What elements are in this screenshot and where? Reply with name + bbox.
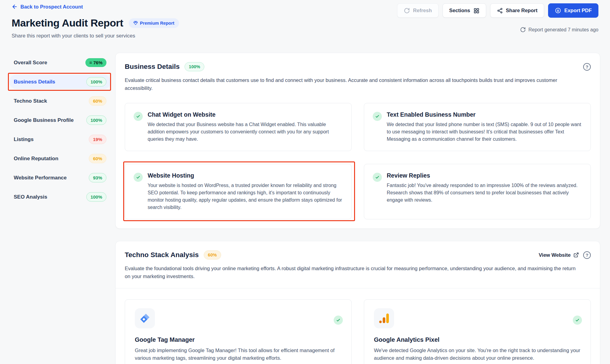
card-body: Fantastic job! You've already responded … — [387, 182, 582, 204]
check-circle-icon — [373, 173, 382, 182]
sections-button[interactable]: Sections — [443, 3, 486, 18]
download-circle-icon — [555, 7, 561, 14]
arrow-left-icon — [12, 4, 18, 10]
external-link-icon — [573, 252, 579, 258]
share-nodes-icon — [497, 8, 503, 14]
score-badge: = 76% — [85, 58, 106, 67]
grid-icon — [473, 8, 479, 14]
card-body: We've detected Google Analytics on your … — [374, 347, 581, 362]
question-circle-icon[interactable]: ? — [583, 63, 591, 71]
sidebar-item-seo-analysis[interactable]: SEO Analysis 100% — [9, 190, 111, 204]
check-circle-icon — [334, 316, 343, 325]
sidebar-item-online-reputation[interactable]: Online Reputation 60% — [9, 151, 111, 166]
card-google-tag-manager: Google Tag Manager Great job implementin… — [125, 299, 352, 364]
score-badge: 19% — [89, 135, 106, 144]
section-score-badge: 60% — [204, 250, 221, 260]
sidebar-item-google-business-profile[interactable]: Google Business Profile 100% — [9, 113, 111, 127]
share-report-button[interactable]: Share Report — [490, 3, 544, 18]
check-circle-icon — [134, 173, 143, 182]
toolbar: Refresh Sections Share Report Export PDF — [397, 3, 598, 18]
card-chat-widget: Chat Widget on Website We detected that … — [125, 103, 352, 151]
score-badge: 93% — [89, 173, 106, 182]
question-circle-icon[interactable]: ? — [583, 251, 591, 259]
sidebar-item-listings[interactable]: Listings 19% — [9, 132, 111, 147]
report-content: Business Details 100% ? Evaluate critica… — [115, 53, 600, 364]
gem-icon — [133, 21, 138, 25]
section-score-badge: 100% — [185, 62, 204, 71]
section-title: Business Details — [125, 63, 180, 71]
marketing-audit-report-page: Back to Prospect Account Marketing Audit… — [0, 0, 610, 364]
card-title: Review Replies — [387, 172, 582, 179]
view-website-link[interactable]: View Website — [539, 252, 579, 258]
card-google-analytics-pixel: Google Analytics Pixel We've detected Go… — [364, 299, 591, 364]
card-review-replies: Review Replies Fantastic job! You've alr… — [364, 164, 591, 219]
score-badge: 100% — [86, 77, 106, 87]
card-title: Text Enabled Business Number — [387, 111, 582, 118]
card-title: Google Analytics Pixel — [374, 336, 581, 343]
score-badge: 100% — [86, 192, 106, 202]
report-generated-status: Report generated 7 minutes ago — [520, 27, 598, 33]
google-analytics-icon — [374, 308, 394, 328]
business-details-cards: Chat Widget on Website We detected that … — [125, 103, 591, 219]
card-text-enabled-number: Text Enabled Business Number We detected… — [364, 103, 591, 151]
section-title: Techno Stack Analysis — [125, 251, 199, 259]
card-body: We detected that your Business website h… — [148, 121, 343, 143]
score-badge: 100% — [86, 115, 106, 125]
card-title: Google Tag Manager — [135, 336, 342, 343]
section-description: Evaluate critical business contact detai… — [125, 76, 581, 92]
section-description: Evaluate the foundational tools driving … — [125, 264, 581, 280]
back-to-prospect-link[interactable]: Back to Prospect Account — [12, 4, 83, 10]
card-body: Your website is hosted on WordPress, a t… — [148, 182, 343, 211]
score-badge: 60% — [89, 96, 106, 106]
page-title: Marketing Audit Report — [12, 17, 123, 29]
check-circle-icon — [134, 112, 143, 121]
refresh-button[interactable]: Refresh — [397, 3, 438, 18]
back-link-label: Back to Prospect Account — [20, 4, 83, 10]
premium-report-badge: Premium Report — [129, 18, 179, 28]
refresh-icon — [404, 8, 410, 14]
techno-stack-cards: Google Tag Manager Great job implementin… — [125, 288, 591, 364]
card-title: Chat Widget on Website — [148, 111, 343, 118]
card-website-hosting: Website Hosting Your website is hosted o… — [125, 164, 352, 219]
history-icon — [520, 27, 526, 33]
sidebar-item-overall-score[interactable]: Overall Score = 76% — [9, 55, 111, 70]
card-body: Great job implementing Google Tag Manage… — [135, 347, 342, 362]
check-circle-icon — [573, 316, 582, 325]
card-body: We detected that your listed phone numbe… — [387, 121, 582, 143]
page-subtitle: Share this report with your clients to s… — [12, 33, 135, 39]
card-title: Website Hosting — [148, 172, 343, 179]
check-circle-icon — [373, 112, 382, 121]
techno-stack-section: Techno Stack Analysis 60% View Website ?… — [115, 241, 600, 364]
sidebar-item-business-details[interactable]: Business Details 100% — [9, 75, 111, 89]
sidebar-item-website-performance[interactable]: Website Performance 93% — [9, 171, 111, 185]
report-sections-sidebar: Overall Score = 76% Business Details 100… — [9, 55, 111, 209]
export-pdf-button[interactable]: Export PDF — [548, 3, 598, 18]
sidebar-item-techno-stack[interactable]: Techno Stack 60% — [9, 94, 111, 108]
business-details-section: Business Details 100% ? Evaluate critica… — [115, 53, 600, 229]
score-badge: 60% — [89, 154, 106, 163]
google-tag-manager-icon — [135, 308, 155, 328]
